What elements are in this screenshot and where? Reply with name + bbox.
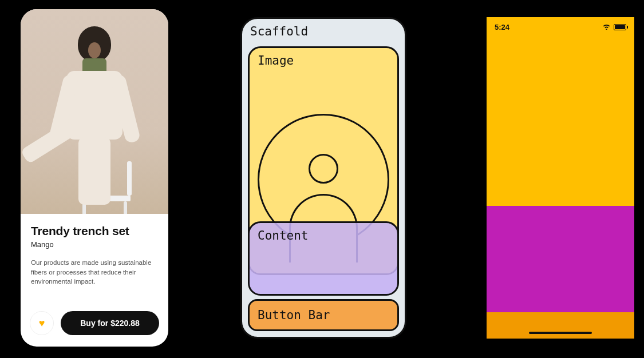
diagram-buttonbar-region: Button Bar <box>248 299 399 331</box>
product-description: Our products are made using sustainable … <box>31 258 158 287</box>
scaffold-label: Scaffold <box>250 25 308 38</box>
block-magenta <box>487 206 634 312</box>
product-brand: Mango <box>31 240 158 249</box>
status-time: 5:24 <box>495 23 509 31</box>
block-orange <box>487 312 634 339</box>
product-phone-mock: Trendy trench set Mango Our products are… <box>21 9 168 347</box>
button-bar: ♥ Buy for $220.88 <box>21 303 168 347</box>
layout-diagram-phone: Scaffold Image Content Button Bar <box>240 17 406 339</box>
product-content: Trendy trench set Mango Our products are… <box>21 214 168 303</box>
home-indicator <box>529 332 592 334</box>
buttonbar-label: Button Bar <box>258 308 330 322</box>
content-label: Content <box>258 229 309 242</box>
status-bar: 5:24 <box>487 17 634 37</box>
color-block-phone: 5:24 <box>487 17 634 339</box>
product-title: Trendy trench set <box>31 224 158 238</box>
status-icons <box>602 23 626 31</box>
buy-button[interactable]: Buy for $220.88 <box>61 311 159 335</box>
product-image <box>21 9 168 214</box>
image-label: Image <box>258 54 294 67</box>
model-illustration <box>66 26 123 205</box>
buy-button-label: Buy for $220.88 <box>80 319 140 328</box>
wifi-icon <box>602 23 611 31</box>
favorite-button[interactable]: ♥ <box>30 311 54 335</box>
heart-icon: ♥ <box>39 317 45 329</box>
block-yellow <box>487 37 634 206</box>
battery-icon <box>614 24 626 30</box>
diagram-content-region: Content <box>248 221 399 296</box>
